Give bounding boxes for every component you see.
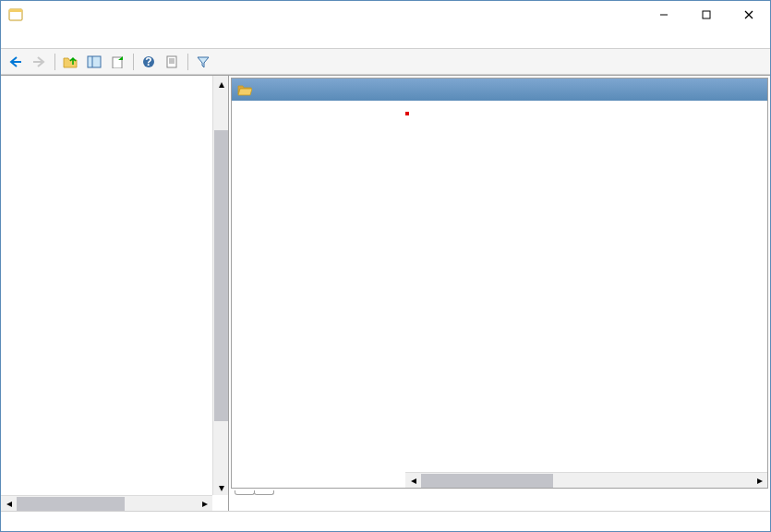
description-pane: [239, 108, 405, 488]
export-button[interactable]: [107, 52, 129, 72]
tab-standard[interactable]: [254, 490, 274, 495]
tree: [1, 76, 228, 83]
menubar: [1, 29, 770, 49]
right-pane: ◂ ▸: [229, 76, 770, 511]
filter-button[interactable]: [192, 52, 214, 72]
window: ? ◂ ▸ ▴ ▾: [0, 0, 771, 532]
minimize-button[interactable]: [643, 1, 685, 29]
toolbar-separator: [187, 54, 188, 70]
toolbar-separator: [133, 54, 134, 70]
svg-rect-11: [88, 56, 101, 67]
close-button[interactable]: [728, 1, 770, 29]
tree-scrollbar-v[interactable]: ▴ ▾: [212, 76, 228, 495]
right-header: [232, 79, 767, 101]
scroll-left-icon[interactable]: ◂: [405, 473, 421, 489]
folder-icon: [237, 83, 252, 96]
highlight-box: [405, 112, 409, 115]
svg-rect-8: [703, 11, 710, 18]
scroll-up-icon[interactable]: ▴: [213, 76, 229, 91]
scroll-right-icon[interactable]: ▸: [752, 473, 767, 489]
tree-scrollbar-h[interactable]: ◂ ▸: [1, 495, 212, 511]
svg-rect-16: [167, 56, 176, 67]
content: ◂ ▸ ▴ ▾: [1, 75, 770, 511]
window-controls: [643, 1, 770, 29]
tabs: [231, 490, 768, 511]
settings-column: ◂ ▸: [405, 108, 767, 488]
maximize-button[interactable]: [685, 1, 728, 29]
menu-file[interactable]: [5, 37, 19, 41]
toolbar-separator: [54, 54, 55, 70]
back-button[interactable]: [5, 52, 27, 72]
show-hide-tree-button[interactable]: [83, 52, 105, 72]
tree-pane[interactable]: ◂ ▸ ▴ ▾: [1, 76, 229, 511]
help-button[interactable]: ?: [138, 52, 160, 72]
app-icon: [8, 7, 23, 22]
scroll-left-icon[interactable]: ◂: [1, 496, 17, 512]
toolbar: ?: [1, 49, 770, 75]
menu-action[interactable]: [19, 37, 34, 41]
menu-help[interactable]: [49, 37, 64, 41]
tab-extended[interactable]: [235, 490, 255, 495]
scroll-down-icon[interactable]: ▾: [213, 479, 229, 495]
up-button[interactable]: [59, 52, 81, 72]
menu-view[interactable]: [34, 37, 49, 41]
right-inner: ◂ ▸: [231, 78, 768, 489]
titlebar: [1, 1, 770, 29]
settings-list[interactable]: [405, 112, 767, 472]
svg-text:?: ?: [145, 55, 151, 68]
forward-button[interactable]: [29, 52, 51, 72]
statusbar: [1, 511, 770, 531]
details-area: ◂ ▸: [232, 101, 767, 488]
properties-button[interactable]: [162, 52, 184, 72]
scroll-right-icon[interactable]: ▸: [197, 496, 212, 512]
list-scrollbar-h[interactable]: ◂ ▸: [405, 472, 767, 488]
